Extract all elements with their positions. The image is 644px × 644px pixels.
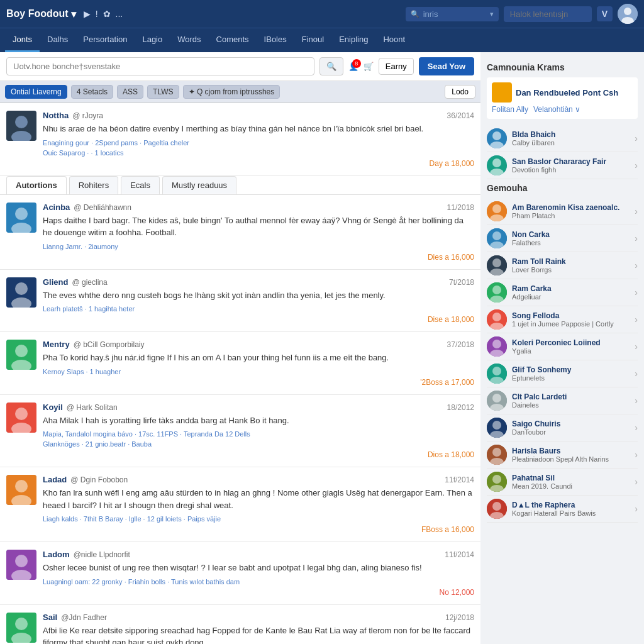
sidebar-community-user[interactable]: Pahatnal Sil Mean 2019. Caundi ›	[487, 469, 638, 496]
nav-item-hoont[interactable]: Hoont	[375, 28, 413, 52]
nav-icon-star[interactable]: ✿	[103, 9, 111, 19]
post-meta-2[interactable]: Learh platetŝ · 1 hagihta heter	[43, 305, 474, 313]
nav-item-lagio[interactable]: Lagio	[135, 28, 170, 52]
community-user-sub: Lover Borrgs	[512, 266, 630, 274]
filter-tag-ass[interactable]: ASS	[117, 85, 143, 99]
post-avatar-7	[6, 613, 36, 643]
sidebar-arrow-icon: ›	[635, 133, 638, 143]
post-meta-4a[interactable]: Mapia, Tandalol mogina bávo · 17sc. 11FP…	[43, 430, 474, 438]
sidebar-community-user[interactable]: Clt Palc Lardeti Daineles ›	[487, 387, 638, 414]
nav-item-finoul[interactable]: Finoul	[294, 28, 331, 52]
nav-item-dalhs[interactable]: Dalhs	[40, 28, 75, 52]
post-item: Acinba @ Dehliáhhawnn 11/2018 Haps daith…	[0, 195, 480, 270]
sidebar-community-user[interactable]: Glif To Sonhemy Eptunelets ›	[487, 360, 638, 387]
sidebar-user-blda[interactable]: Blda Bhaich Calby ülbaren ›	[487, 125, 638, 152]
nav-item-persortation[interactable]: Persortation	[75, 28, 135, 52]
user-avatar[interactable]	[618, 4, 638, 24]
community-user-info: Saigo Chuiris DanToubor	[512, 419, 630, 436]
sidebar-community-user[interactable]: Koleri Perconiec Loiined Ygalia ›	[487, 333, 638, 360]
svg-point-61	[492, 448, 501, 457]
sidebar-community-user[interactable]: Non Carka Falathers ›	[487, 225, 638, 252]
featured-info: Dan Rendbueled Pont Csh	[516, 88, 618, 97]
sidebar-community-user[interactable]: Am Barenomin Kisa zaenoalc. Pham Platach…	[487, 198, 638, 225]
community-user-info: Ram Carka Adgeliuar	[512, 284, 630, 301]
cart-icon[interactable]: 🛒	[364, 62, 374, 71]
sidebar-community-user[interactable]: Ram Toll Raink Lover Borrgs ›	[487, 252, 638, 279]
sidebar-user-san-info: San Baslor Chararacy Fair Devotion fighh	[512, 157, 630, 174]
community-user-avatar	[487, 255, 507, 275]
v-button[interactable]: V	[597, 6, 613, 21]
sidebar-community-user[interactable]: Ram Carka Adgeliuar ›	[487, 279, 638, 306]
nav-item-coments[interactable]: Coments	[209, 28, 257, 52]
post-date-1: 11/2018	[447, 203, 474, 212]
top-search-input[interactable]	[423, 9, 486, 19]
right-sidebar: Camnounia Krams Dan Rendbueled Pont Csh …	[480, 52, 644, 644]
sidebar-community-user[interactable]: Song Felloda 1 ujet in Jurnee Papposie |…	[487, 306, 638, 333]
nav-item-enipling[interactable]: Enipling	[331, 28, 375, 52]
filter-tag-qcjom[interactable]: ✦ Q cjom from iptrusshes	[183, 85, 280, 99]
nav-icon-alert[interactable]: !	[96, 9, 98, 19]
nav-item-jonts[interactable]: Jonts	[5, 28, 40, 52]
community-user-name: Non Carka	[512, 230, 630, 239]
filter-active-tag[interactable]: Ontial Liaverng	[5, 85, 67, 99]
post-meta-0a[interactable]: Enagining gour · 2Spend pams · Pageltia …	[43, 139, 474, 147]
post-meta-0b[interactable]: Ouic Saparog · · 1 locatics	[43, 149, 474, 157]
post-meta-6[interactable]: Luagningl oam: 22 gronky · Friahin bolls…	[43, 578, 474, 586]
filter-tag-setacls[interactable]: 4 Setacls	[71, 85, 113, 99]
svg-point-49	[492, 340, 501, 348]
post-header-5: Ladad @ Dgin Fobobon 11f/2014	[43, 475, 474, 484]
nav-item-words[interactable]: Words	[170, 28, 208, 52]
nav-icon-more[interactable]: ...	[116, 9, 123, 19]
lodo-button[interactable]: Lodo	[445, 85, 475, 99]
sidebar-community-user[interactable]: Harisla Baurs Pleatiniadoon Spepl Alth N…	[487, 441, 638, 469]
post-meta-5[interactable]: Liagh kalds · 7thit B Baray · lglle · 12…	[43, 515, 474, 523]
svg-point-1	[624, 8, 631, 15]
search-input[interactable]	[6, 57, 314, 75]
post-meta-1[interactable]: Lianng Jamr. · 2iaumony	[43, 243, 474, 250]
tab-rohiters[interactable]: Rohiters	[69, 176, 118, 194]
svg-point-16	[15, 408, 28, 420]
svg-point-28	[492, 131, 501, 140]
community-user-avatar	[487, 472, 507, 492]
login-input[interactable]	[504, 6, 592, 22]
send-yow-button[interactable]: Sead Yow	[419, 57, 474, 75]
post-item: Ladom @nidle Llpdnorfit 11f/2014 Osher l…	[0, 542, 480, 605]
community-user-name: Pahatnal Sil	[512, 474, 630, 482]
featured-link-2[interactable]: Velanohtiàn ∨	[533, 105, 580, 114]
sidebar-community-user[interactable]: D▲L the Raphera Kogari Haterall Pairs Ba…	[487, 496, 638, 523]
search-button[interactable]: 🔍	[319, 57, 343, 75]
search-dropdown-arrow[interactable]: ▾	[490, 10, 494, 18]
tab-autortions[interactable]: Autortions	[6, 176, 67, 194]
post-avatar-6	[6, 550, 36, 580]
sidebar-arrow-icon: ›	[635, 206, 638, 216]
svg-point-34	[492, 204, 501, 213]
community-user-info: Ram Toll Raink Lover Borrgs	[512, 257, 630, 274]
post-header-1: Acinba @ Dehliáhhawnn 11/2018	[43, 203, 474, 212]
post-tabs: Autortions Rohiters Ecals Mustly readuus	[0, 176, 480, 195]
post-meta-4b[interactable]: Glanknöges · 21 gnio.beatr · Bauba	[43, 440, 474, 448]
sidebar-user-san[interactable]: San Baslor Chararacy Fair Devotion fighh…	[487, 152, 638, 179]
nav-icon-play[interactable]: ▶	[84, 9, 91, 19]
tab-ecals[interactable]: Ecals	[121, 176, 160, 194]
tab-mustly[interactable]: Mustly readuus	[162, 176, 236, 194]
community-user-name: Saigo Chuiris	[512, 419, 630, 428]
sidebar-user-san-name: San Baslor Chararacy Fair	[512, 157, 630, 166]
svg-point-31	[492, 158, 501, 167]
filter-tag-tlws[interactable]: TLWS	[147, 85, 179, 99]
post-text-7: Afbi lie Ke rear detsite sipporing sreac…	[43, 625, 474, 645]
post-meta-3[interactable]: Kernoy Slaps · 1 huagher	[43, 368, 474, 375]
post-content-4: Koyil @ Hark Solitan 18/2012 Aha Milak I…	[43, 402, 474, 460]
brand-logo[interactable]: Boy Foodout ▾	[6, 8, 76, 20]
notification-icon[interactable]: 👤 8	[348, 62, 358, 71]
featured-link-1[interactable]: Folitan Ally	[492, 105, 528, 114]
earny-button[interactable]: Earny	[379, 58, 414, 75]
post-item: Ladad @ Dgin Fobobon 11f/2014 Kho fan lr…	[0, 467, 480, 542]
community-user-avatar	[487, 418, 507, 438]
community-user-sub: 1 ujet in Jurnee Papposie | Cortly	[512, 320, 630, 328]
sidebar-community-user[interactable]: Saigo Chuiris DanToubor ›	[487, 414, 638, 441]
post-handle-2: @ gieclina	[72, 278, 107, 287]
brand-dropdown-arrow[interactable]: ▾	[71, 8, 76, 20]
post-name-7: Sail	[43, 613, 57, 622]
nav-item-iboles[interactable]: IBoles	[257, 28, 294, 52]
post-item: Nottha @ rJoyra 36/2014 Nhu is arae de h…	[0, 103, 480, 176]
